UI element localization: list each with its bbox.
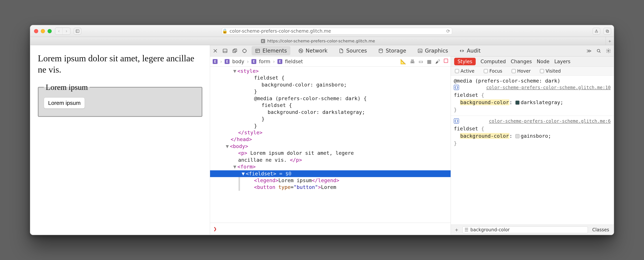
dom-line[interactable]: <legend>Lorem ipsum</legend> xyxy=(210,177,450,184)
dom-line[interactable]: background-color: darkslategray; xyxy=(210,109,450,115)
close-devtools-icon[interactable] xyxy=(213,48,218,53)
dock-bottom-icon[interactable] xyxy=(222,48,228,53)
zoom-window[interactable] xyxy=(48,29,52,33)
compositing-icon[interactable] xyxy=(444,59,448,63)
pseudo-visited[interactable]: Visited xyxy=(540,68,561,74)
tab-0[interactable]: C https://color-scheme-prefers-color-sch… xyxy=(30,37,606,45)
nav-back-forward: ‹ › xyxy=(55,28,70,35)
styles-tab-styles[interactable]: Styles xyxy=(454,58,476,65)
dock-detach-icon[interactable] xyxy=(232,48,238,53)
rule-prop-1[interactable]: background-color xyxy=(460,99,510,105)
rule-source-link-2[interactable]: color-scheme-prefers-color-scheme.glitch… xyxy=(489,118,611,124)
reload-icon[interactable]: ⟳ xyxy=(446,29,450,34)
tab-elements-label: Elements xyxy=(262,48,287,54)
rule-source-icon[interactable] xyxy=(454,85,459,90)
sources-icon xyxy=(339,48,344,53)
dom-tree[interactable]: ▼<style>fieldset {background-color: gain… xyxy=(210,67,450,223)
styles-filter[interactable]: ☰ background-color xyxy=(462,226,588,233)
network-icon xyxy=(298,48,304,53)
paint-icon[interactable]: 🖌 xyxy=(435,59,440,64)
console-drawer[interactable]: ❯ xyxy=(210,223,450,235)
bc-form[interactable]: form xyxy=(259,59,270,64)
pseudo-hover[interactable]: Hover xyxy=(512,68,531,74)
styles-tab-computed[interactable]: Computed xyxy=(480,59,506,64)
styles-tab-layers[interactable]: Layers xyxy=(554,59,570,64)
dom-line[interactable]: fieldset { xyxy=(210,102,450,109)
devtools-toolbar: Elements Network Sources Storage xyxy=(210,45,614,56)
bc-root-icon[interactable]: E xyxy=(213,59,218,64)
dom-line[interactable]: </head> xyxy=(210,136,450,143)
tab-storage[interactable]: Storage xyxy=(375,46,410,55)
tabstrip: C https://color-scheme-prefers-color-sch… xyxy=(30,37,614,45)
bc-body[interactable]: body xyxy=(232,59,244,64)
back-button[interactable]: ‹ xyxy=(55,28,63,35)
rule-selector-1: fieldset xyxy=(454,92,478,98)
dom-line[interactable]: ▼<style> xyxy=(210,68,450,74)
settings-icon[interactable] xyxy=(606,48,611,53)
color-swatch-gainsboro[interactable] xyxy=(516,134,520,138)
dom-line[interactable]: @media (prefers-color-scheme: dark) { xyxy=(210,95,450,102)
print-emul-icon[interactable]: 🖶 xyxy=(410,59,415,64)
minimize-window[interactable] xyxy=(41,29,45,33)
audit-icon xyxy=(459,48,464,53)
tab-elements[interactable]: Elements xyxy=(252,46,290,55)
ruler-icon[interactable]: 📐 xyxy=(400,59,406,64)
dom-line[interactable]: background-color: gainsboro; xyxy=(210,81,450,88)
dom-line[interactable]: } xyxy=(210,88,450,95)
rule-val-2[interactable]: gainsboro xyxy=(521,133,548,139)
classes-toggle[interactable]: Classes xyxy=(590,226,611,233)
grid-icon[interactable]: ▦ xyxy=(427,59,432,64)
device-icon[interactable]: ▭ xyxy=(418,59,423,64)
tab-audit[interactable]: Audit xyxy=(456,46,484,55)
close-window[interactable] xyxy=(34,29,38,33)
style-rules[interactable]: @media (prefers-color-scheme: dark) colo… xyxy=(451,76,614,224)
bc-fieldset[interactable]: fieldset xyxy=(285,59,303,64)
pseudo-focus[interactable]: Focus xyxy=(484,68,502,74)
rule-prop-2[interactable]: background-color xyxy=(460,133,510,139)
svg-point-18 xyxy=(379,49,383,50)
browser-window: ‹ › 🔒 color-scheme-prefers-color-scheme.… xyxy=(30,25,614,235)
svg-point-9 xyxy=(243,49,246,53)
svg-rect-3 xyxy=(606,30,608,32)
color-swatch-darkslategray[interactable] xyxy=(516,100,520,105)
sidebar-toggle[interactable] xyxy=(74,28,81,35)
svg-rect-7 xyxy=(233,50,236,53)
dom-line[interactable]: ▼<body> xyxy=(210,143,450,150)
filter-icon: ☰ xyxy=(464,227,468,232)
tab-network[interactable]: Network xyxy=(295,46,331,55)
dom-line[interactable]: ancillae ne vis. </p> xyxy=(210,157,450,163)
address-bar-wrap: 🔒 color-scheme-prefers-color-scheme.glit… xyxy=(84,28,589,35)
address-host: color-scheme-prefers-color-scheme.glitch… xyxy=(230,29,331,34)
tab-graphics[interactable]: Graphics xyxy=(414,46,452,55)
tab-sources-label: Sources xyxy=(346,48,367,54)
rule-val-1[interactable]: darkslategray xyxy=(521,99,560,105)
address-bar[interactable]: 🔒 color-scheme-prefers-color-scheme.glit… xyxy=(222,28,452,35)
dom-line[interactable]: </style> xyxy=(210,129,450,136)
dom-line[interactable]: } xyxy=(210,115,450,122)
page-button[interactable]: Lorem ipsum xyxy=(44,97,85,109)
styles-tab-node[interactable]: Node xyxy=(537,59,550,64)
tabs-overview-button[interactable] xyxy=(604,28,611,35)
styles-tab-changes[interactable]: Changes xyxy=(511,59,532,64)
dom-line[interactable]: <p> Lorem ipsum dolor sit amet, legere xyxy=(210,150,450,157)
new-tab-button[interactable]: ＋ xyxy=(606,37,614,45)
new-rule-button[interactable]: ＋ xyxy=(454,227,460,233)
more-tabs-icon[interactable]: ≫ xyxy=(586,48,592,54)
bc-form-icon: E xyxy=(252,59,256,64)
elements-toolbar: 📐 🖶 ▭ ▦ 🖌 xyxy=(400,59,448,64)
elements-panel: E › E body › E form › E fieldset 📐 xyxy=(210,56,451,235)
lock-icon: 🔒 xyxy=(222,29,228,34)
dom-line[interactable]: ▼<form> xyxy=(210,163,450,170)
share-button[interactable] xyxy=(593,28,600,35)
forward-button[interactable]: › xyxy=(63,28,70,35)
search-icon[interactable] xyxy=(596,48,601,53)
pseudo-active[interactable]: Active xyxy=(455,68,474,74)
dom-line[interactable]: } xyxy=(210,122,450,129)
element-picker-icon[interactable] xyxy=(242,48,247,53)
dom-line[interactable]: ▼<fieldset> = $0 xyxy=(210,170,450,177)
tab-sources[interactable]: Sources xyxy=(335,46,370,55)
dom-line[interactable]: <button type="button">Lorem xyxy=(210,184,450,191)
rule-source-link-1[interactable]: color-scheme-prefers-color-scheme.glitch… xyxy=(486,84,611,91)
dom-line[interactable]: fieldset { xyxy=(210,74,450,81)
rule-source-icon-2[interactable] xyxy=(454,118,459,124)
